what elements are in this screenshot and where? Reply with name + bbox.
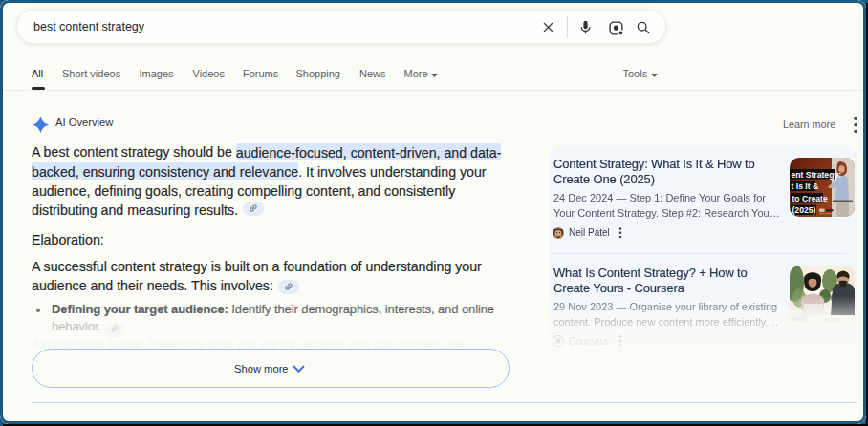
svg-text:ent Strategy:: ent Strategy: xyxy=(792,170,842,180)
svg-text:t Is It &: t Is It & xyxy=(792,181,819,191)
svg-text:to Create: to Create xyxy=(792,194,828,203)
svg-text:(2025): (2025) xyxy=(792,205,816,215)
